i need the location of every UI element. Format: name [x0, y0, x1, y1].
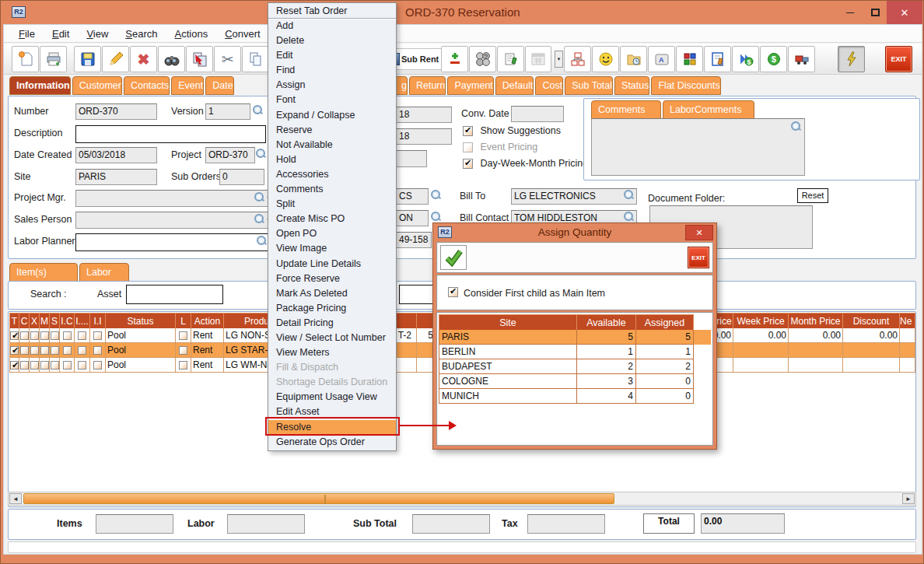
checkbox-checked[interactable]: [10, 331, 19, 340]
cell-ii[interactable]: [90, 328, 106, 343]
main-tab[interactable]: Date: [205, 76, 233, 95]
cell-ne[interactable]: [900, 343, 915, 358]
site-cell[interactable]: PARIS: [439, 330, 577, 345]
cell-s[interactable]: [50, 343, 60, 358]
date-created-field[interactable]: 05/03/2018: [75, 147, 157, 163]
reset-button[interactable]: Reset: [797, 188, 828, 203]
context-menu-item[interactable]: Expand / Collapse: [268, 108, 396, 123]
main-tab[interactable]: Sub Total: [565, 76, 613, 95]
context-menu-item[interactable]: Accessories: [268, 167, 396, 182]
col-header-l[interactable]: L: [176, 313, 191, 328]
clipped-date-field-2[interactable]: 18: [396, 128, 452, 145]
checkbox[interactable]: [30, 361, 39, 370]
context-menu-item[interactable]: Not Available: [268, 138, 396, 152]
checkbox[interactable]: [93, 346, 102, 355]
cell-week-price[interactable]: [733, 343, 789, 358]
checkbox[interactable]: [40, 331, 49, 340]
assigned-cell[interactable]: 0: [636, 389, 694, 404]
clipped-customer-field[interactable]: CS: [396, 188, 429, 205]
bill-to-lookup-icon[interactable]: [624, 190, 633, 199]
site-quantity-row[interactable]: BUDAPEST 2 2: [439, 359, 711, 374]
cell-idots[interactable]: [75, 343, 90, 358]
col-header-month-price[interactable]: Month Price: [789, 313, 843, 328]
main-tab[interactable]: Contacts: [124, 76, 170, 95]
assigned-cell[interactable]: 0: [636, 374, 694, 389]
context-menu-item[interactable]: Hold: [268, 152, 396, 167]
sub-orders-field[interactable]: 0: [219, 169, 264, 185]
col-header-t[interactable]: T: [9, 313, 19, 328]
add-remove-button[interactable]: [441, 46, 468, 72]
checkbox[interactable]: [93, 361, 102, 370]
cell-idots[interactable]: [75, 328, 90, 343]
dialog-ok-button[interactable]: [440, 245, 467, 270]
cell-status[interactable]: Pool: [106, 343, 176, 358]
main-tab[interactable]: Status: [614, 76, 649, 95]
scroll-right-button[interactable]: ►: [902, 493, 915, 504]
clipped-search-input[interactable]: [399, 285, 436, 304]
tab-labor[interactable]: Labor: [79, 263, 129, 282]
tab-labor-comments[interactable]: LaborComments: [663, 100, 754, 119]
main-tab[interactable]: Event: [171, 76, 204, 95]
checkbox[interactable]: [78, 346, 86, 355]
cell-l[interactable]: [176, 358, 191, 373]
description-field[interactable]: [75, 125, 266, 143]
site-cell[interactable]: BERLIN: [439, 345, 577, 359]
cell-s[interactable]: [50, 328, 60, 343]
notes-button[interactable]: [497, 46, 524, 72]
cell-ii[interactable]: [90, 358, 106, 373]
main-tab[interactable]: Customer: [72, 76, 122, 95]
cell-ne[interactable]: [900, 328, 915, 343]
cell-c[interactable]: [19, 358, 30, 373]
scrollbar-thumb[interactable]: [23, 493, 614, 504]
cell-ii[interactable]: [90, 343, 106, 358]
find-button[interactable]: [158, 46, 185, 72]
cell-x[interactable]: [30, 328, 40, 343]
delete-button[interactable]: ✖: [130, 46, 157, 72]
context-menu-item[interactable]: Create Misc PO: [268, 212, 396, 226]
transfer-button[interactable]: [186, 46, 213, 72]
cell-discount[interactable]: [843, 358, 900, 373]
delivery-button[interactable]: [788, 46, 815, 72]
main-tab[interactable]: Flat Discounts: [651, 76, 720, 95]
cell-discount[interactable]: [843, 343, 900, 358]
bill-to-field[interactable]: LG ELECTRONICS: [511, 188, 637, 205]
main-item-checkbox[interactable]: [448, 287, 458, 297]
calendar-dropdown[interactable]: ▼: [555, 51, 563, 68]
cell-m[interactable]: [40, 328, 50, 343]
context-menu-item[interactable]: Add: [268, 19, 396, 33]
context-menu-item[interactable]: Equipment Usage View: [268, 390, 396, 405]
site-cell[interactable]: BUDAPEST: [439, 359, 577, 374]
menu-item[interactable]: View: [78, 25, 117, 40]
contact-smiley-button[interactable]: [592, 46, 619, 72]
dollar-button[interactable]: $: [760, 46, 787, 72]
checkbox[interactable]: [30, 346, 39, 355]
available-cell[interactable]: 2: [577, 359, 636, 374]
checkbox[interactable]: [93, 331, 102, 340]
checkbox-row[interactable]: Day-Week-Month Pricing: [463, 158, 588, 174]
checkbox[interactable]: [51, 331, 59, 340]
available-column-header[interactable]: Available: [577, 314, 636, 330]
checkbox[interactable]: [51, 346, 59, 355]
assigned-cell[interactable]: 5: [636, 330, 694, 345]
horizontal-scrollbar[interactable]: ◄ ►: [8, 492, 916, 506]
dialog-title-bar[interactable]: R2 Assign Quantity ✕: [436, 223, 713, 242]
cell-week-price[interactable]: [733, 358, 789, 373]
cell-month-price[interactable]: [789, 358, 843, 373]
cell-c[interactable]: [19, 328, 30, 343]
bill-contact-lookup-icon[interactable]: [624, 212, 633, 221]
availability-button[interactable]: ?: [469, 46, 496, 72]
cell-l[interactable]: [176, 328, 191, 343]
col-header-ii[interactable]: I.I: [90, 313, 106, 328]
line-details-button[interactable]: [704, 46, 731, 72]
minimize-button[interactable]: ─: [837, 1, 863, 24]
quick-action-button[interactable]: [838, 46, 865, 72]
org-chart-button[interactable]: [564, 46, 591, 72]
main-tab[interactable]: Return: [409, 76, 446, 95]
project-lookup-icon[interactable]: [256, 149, 265, 158]
copy-button[interactable]: [242, 46, 269, 72]
checkbox[interactable]: [63, 361, 72, 370]
context-menu-item[interactable]: Edit: [268, 48, 396, 63]
forward-dollar-button[interactable]: $: [732, 46, 759, 72]
save-button[interactable]: [74, 46, 101, 72]
project-mgr-lookup-icon[interactable]: [254, 192, 264, 201]
